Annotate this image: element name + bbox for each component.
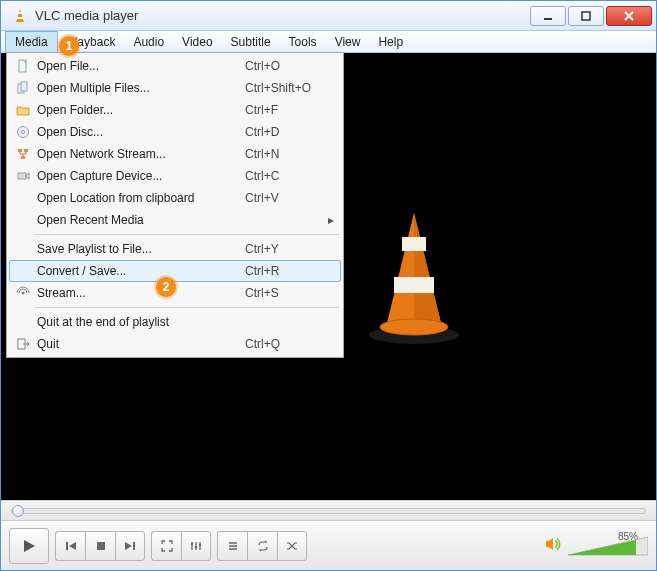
menu-open-folder[interactable]: Open Folder... Ctrl+F [9, 99, 341, 121]
menu-help[interactable]: Help [369, 31, 412, 52]
svg-marker-0 [16, 9, 24, 22]
svg-rect-22 [394, 277, 434, 293]
capture-icon [13, 169, 33, 183]
skip-forward-icon [124, 540, 136, 552]
menu-open-file[interactable]: Open File... Ctrl+O [9, 55, 341, 77]
loop-button[interactable] [247, 531, 277, 561]
speaker-icon[interactable] [544, 535, 562, 556]
vlc-cone-icon [354, 207, 474, 347]
menu-quit-at-end-of-playlist[interactable]: Quit at the end of playlist [9, 311, 341, 333]
svg-rect-32 [195, 546, 197, 548]
menu-video[interactable]: Video [173, 31, 221, 52]
svg-point-16 [22, 292, 25, 295]
loop-icon [257, 540, 269, 552]
menu-tools[interactable]: Tools [280, 31, 326, 52]
menu-subtitle[interactable]: Subtitle [222, 31, 280, 52]
next-button[interactable] [115, 531, 145, 561]
volume-control: 85% [544, 533, 648, 559]
window-buttons [528, 6, 652, 26]
menu-help-label: Help [378, 35, 403, 49]
window-title: VLC media player [35, 8, 528, 23]
fullscreen-icon [161, 540, 173, 552]
stream-icon [13, 286, 33, 300]
svg-rect-15 [18, 173, 26, 179]
menu-separator [35, 234, 339, 235]
maximize-button[interactable] [568, 6, 604, 26]
annotation-badge-1: 1 [59, 36, 79, 56]
seek-thumb[interactable] [12, 505, 24, 517]
skip-back-icon [65, 540, 77, 552]
svg-rect-12 [18, 149, 22, 152]
playlist-icon [227, 540, 239, 552]
svg-marker-25 [24, 540, 35, 552]
menu-open-disc[interactable]: Open Disc... Ctrl+D [9, 121, 341, 143]
stop-button[interactable] [85, 531, 115, 561]
files-icon [13, 81, 33, 95]
svg-marker-34 [546, 538, 553, 550]
svg-rect-26 [66, 542, 68, 550]
menu-audio-label: Audio [133, 35, 164, 49]
vlc-app-icon [11, 7, 29, 25]
menu-quit[interactable]: Quit Ctrl+Q [9, 333, 341, 355]
menu-convert-save[interactable]: Convert / Save... Ctrl+R [9, 260, 341, 282]
menu-open-capture-device[interactable]: Open Capture Device... Ctrl+C [9, 165, 341, 187]
file-icon [13, 59, 33, 73]
menu-media-label: Media [15, 35, 48, 49]
controls-bar: 85% [1, 520, 656, 570]
menu-view[interactable]: View [326, 31, 370, 52]
svg-rect-30 [133, 542, 135, 550]
menu-subtitle-label: Subtitle [231, 35, 271, 49]
fullscreen-button[interactable] [151, 531, 181, 561]
svg-rect-1 [18, 12, 22, 14]
menu-audio[interactable]: Audio [124, 31, 173, 52]
menu-tools-label: Tools [289, 35, 317, 49]
menu-separator [35, 307, 339, 308]
playlist-button-group [217, 531, 307, 561]
playlist-button[interactable] [217, 531, 247, 561]
menu-video-label: Video [182, 35, 212, 49]
network-icon [13, 147, 33, 161]
seekbar [1, 500, 656, 520]
folder-icon [13, 103, 33, 117]
close-button[interactable] [606, 6, 652, 26]
random-button[interactable] [277, 531, 307, 561]
play-icon [21, 538, 37, 554]
volume-slider[interactable]: 85% [568, 533, 648, 559]
svg-rect-33 [199, 544, 201, 546]
app-window: VLC media player Media Playback Audio Vi… [0, 0, 657, 571]
view-button-group [151, 531, 211, 561]
play-button[interactable] [9, 528, 49, 564]
svg-rect-2 [17, 17, 23, 19]
menu-open-recent-media[interactable]: Open Recent Media ▸ [9, 209, 341, 231]
shuffle-icon [286, 540, 298, 552]
menu-save-playlist-to-file[interactable]: Save Playlist to File... Ctrl+Y [9, 238, 341, 260]
menu-view-label: View [335, 35, 361, 49]
menu-open-network-stream[interactable]: Open Network Stream... Ctrl+N [9, 143, 341, 165]
svg-marker-29 [125, 542, 132, 550]
menu-open-location-clipboard[interactable]: Open Location from clipboard Ctrl+V [9, 187, 341, 209]
svg-marker-27 [69, 542, 76, 550]
previous-button[interactable] [55, 531, 85, 561]
extended-settings-button[interactable] [181, 531, 211, 561]
disc-icon [13, 125, 33, 139]
annotation-badge-2: 2 [156, 277, 176, 297]
equalizer-icon [190, 540, 202, 552]
svg-rect-13 [24, 149, 28, 152]
menu-media[interactable]: Media [5, 31, 58, 52]
quit-icon [13, 337, 33, 351]
media-dropdown: Open File... Ctrl+O Open Multiple Files.… [6, 52, 344, 358]
svg-rect-4 [582, 12, 590, 20]
seek-slider[interactable] [11, 508, 646, 514]
svg-marker-20 [414, 213, 442, 327]
svg-rect-9 [21, 82, 27, 91]
minimize-button[interactable] [530, 6, 566, 26]
menubar: Media Playback Audio Video Subtitle Tool… [1, 31, 656, 53]
svg-rect-31 [191, 543, 193, 545]
titlebar: VLC media player [1, 1, 656, 31]
menu-open-multiple-files[interactable]: Open Multiple Files... Ctrl+Shift+O [9, 77, 341, 99]
svg-rect-28 [97, 542, 105, 550]
stop-icon [95, 540, 107, 552]
svg-rect-14 [21, 156, 25, 159]
playback-button-group [55, 531, 145, 561]
submenu-arrow-icon: ▸ [325, 213, 337, 227]
